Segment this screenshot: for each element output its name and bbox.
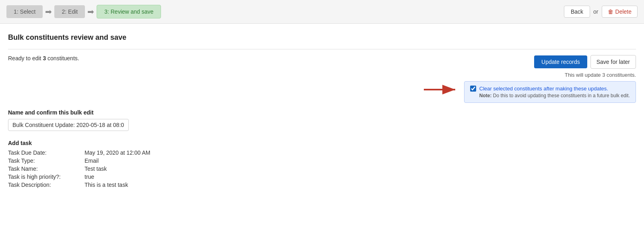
task-key: Task Name: — [8, 166, 85, 172]
step-arrow-2: ➡ — [87, 7, 94, 16]
red-arrow-annotation — [424, 84, 460, 96]
task-details: Task Due Date:May 19, 2020 at 12:00 AMTa… — [8, 149, 636, 188]
action-btn-row: Update records Save for later — [534, 55, 636, 69]
stepper-steps: 1: Select ➡ 2: Edit ➡ 3: Review and save — [6, 5, 161, 18]
update-count-text: This will update 3 constituents. — [565, 72, 636, 78]
back-button[interactable]: Back — [564, 6, 590, 18]
clear-note-bold: Note: — [479, 93, 492, 98]
clear-checkbox[interactable] — [470, 86, 476, 92]
ready-text-container: Ready to edit 3 constituents. — [8, 55, 79, 61]
task-key: Task Description: — [8, 182, 85, 188]
task-row: Task Type:Email — [8, 157, 636, 164]
clear-note-text: Do this to avoid updating these constitu… — [491, 93, 630, 98]
right-actions-area: Update records Save for later This will … — [424, 55, 636, 103]
task-row: Task is high priority?:true — [8, 174, 636, 180]
ready-text: Ready to edit 3 constituents. — [8, 55, 79, 61]
info-top-area: Ready to edit 3 constituents. Update rec… — [8, 55, 636, 103]
clear-notice-box: Clear selected constituents after making… — [464, 81, 636, 103]
task-row: Task Description:This is a test task — [8, 182, 636, 188]
task-value: May 19, 2020 at 12:00 AM — [85, 149, 150, 156]
task-value: true — [85, 174, 94, 180]
task-row: Task Name:Test task — [8, 166, 636, 172]
clear-notice-top: Clear selected constituents after making… — [470, 86, 630, 92]
delete-label: Delete — [615, 8, 632, 15]
page-title: Bulk constituents review and save — [8, 33, 636, 42]
or-text: or — [593, 8, 598, 15]
main-content: Bulk constituents review and save Ready … — [0, 24, 644, 199]
update-records-button[interactable]: Update records — [534, 55, 587, 68]
task-row: Task Due Date:May 19, 2020 at 12:00 AM — [8, 149, 636, 156]
clear-label: Clear selected constituents after making… — [479, 86, 608, 92]
add-task-heading: Add task — [8, 140, 636, 146]
bulk-edit-name-input[interactable] — [8, 119, 129, 131]
step-arrow-1: ➡ — [45, 7, 52, 16]
step-3-label: 3: Review and save — [104, 8, 153, 15]
task-key: Task Due Date: — [8, 149, 85, 156]
red-arrow-svg — [424, 84, 460, 96]
add-task-section: Add task Task Due Date:May 19, 2020 at 1… — [8, 140, 636, 188]
delete-button[interactable]: 🗑 Delete — [602, 6, 638, 18]
step-2-label: 2: Edit — [62, 8, 78, 15]
trash-icon: 🗑 — [608, 8, 613, 15]
step-2: 2: Edit — [54, 5, 85, 18]
ready-suffix: constituents. — [46, 55, 79, 61]
stepper-bar: 1: Select ➡ 2: Edit ➡ 3: Review and save… — [0, 0, 644, 24]
step-3: 3: Review and save — [97, 5, 161, 18]
name-confirm-section: Name and confirm this bulk edit — [8, 109, 636, 131]
task-value: Test task — [85, 166, 107, 172]
save-for-later-button[interactable]: Save for later — [590, 55, 636, 69]
name-section-label: Name and confirm this bulk edit — [8, 109, 636, 116]
ready-prefix: Ready to edit — [8, 55, 43, 61]
stepper-actions: Back or 🗑 Delete — [564, 6, 638, 18]
step-1: 1: Select — [6, 5, 43, 18]
task-value: Email — [85, 157, 99, 164]
task-key: Task Type: — [8, 157, 85, 164]
clear-note: Note: Do this to avoid updating these co… — [470, 93, 630, 98]
info-panel: Ready to edit 3 constituents. Update rec… — [8, 49, 636, 188]
step-1-label: 1: Select — [14, 8, 35, 15]
clear-notice-row: Clear selected constituents after making… — [424, 81, 636, 103]
task-key: Task is high priority?: — [8, 174, 85, 180]
task-value: This is a test task — [85, 182, 128, 188]
